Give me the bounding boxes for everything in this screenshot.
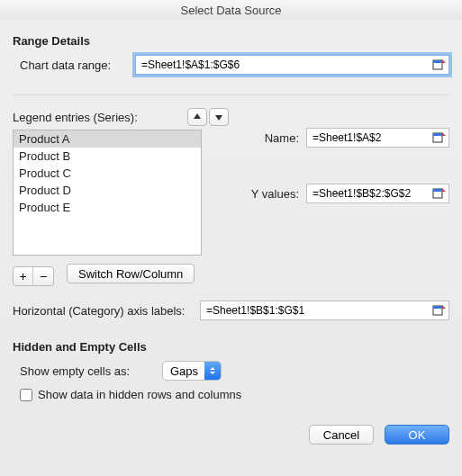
show-hidden-label: Show data in hidden rows and columns: [38, 388, 241, 401]
show-empty-cells-select[interactable]: Gaps: [162, 361, 222, 381]
ok-button[interactable]: OK: [385, 425, 449, 445]
category-axis-input[interactable]: [200, 301, 449, 320]
series-list-item[interactable]: Product C: [14, 165, 201, 182]
arrow-up-icon: [193, 112, 202, 121]
series-listbox[interactable]: Product AProduct BProduct CProduct DProd…: [13, 130, 202, 256]
cancel-button[interactable]: Cancel: [309, 425, 374, 445]
collapse-dialog-icon[interactable]: [432, 58, 447, 71]
chart-data-range-input[interactable]: [135, 55, 449, 75]
collapse-dialog-icon[interactable]: [432, 187, 447, 200]
svg-rect-5: [433, 189, 442, 192]
series-name-label: Name:: [238, 131, 306, 145]
series-name-input[interactable]: [306, 128, 449, 148]
add-series-button[interactable]: +: [14, 267, 33, 285]
collapse-dialog-icon[interactable]: [432, 304, 447, 317]
switch-row-column-button[interactable]: Switch Row/Column: [67, 264, 195, 283]
show-hidden-checkbox[interactable]: [20, 389, 32, 401]
svg-rect-3: [433, 133, 442, 136]
category-axis-label: Horizontal (Category) axis labels:: [13, 304, 200, 318]
move-series-up-button[interactable]: [187, 108, 207, 126]
divider: [13, 94, 449, 95]
legend-entries-label: Legend entries (Series):: [13, 111, 186, 124]
hidden-empty-heading: Hidden and Empty Cells: [13, 340, 449, 354]
chart-data-range-label: Chart data range:: [20, 58, 135, 72]
series-yvalues-input[interactable]: [306, 184, 449, 203]
series-yvalues-label: Y values:: [238, 187, 306, 201]
svg-rect-7: [433, 306, 442, 309]
arrow-down-icon: [214, 112, 223, 121]
show-empty-cells-label: Show empty cells as:: [20, 364, 162, 378]
window-title: Select Data Source: [0, 0, 462, 20]
series-list-item[interactable]: Product A: [14, 130, 201, 148]
remove-series-button[interactable]: −: [33, 267, 53, 285]
series-list-item[interactable]: Product E: [14, 199, 201, 216]
svg-rect-1: [433, 60, 442, 63]
series-list-item[interactable]: Product B: [14, 148, 201, 165]
range-details-heading: Range Details: [13, 34, 449, 48]
move-series-down-button[interactable]: [209, 108, 229, 126]
collapse-dialog-icon[interactable]: [432, 131, 447, 144]
series-list-item[interactable]: Product D: [14, 182, 201, 199]
